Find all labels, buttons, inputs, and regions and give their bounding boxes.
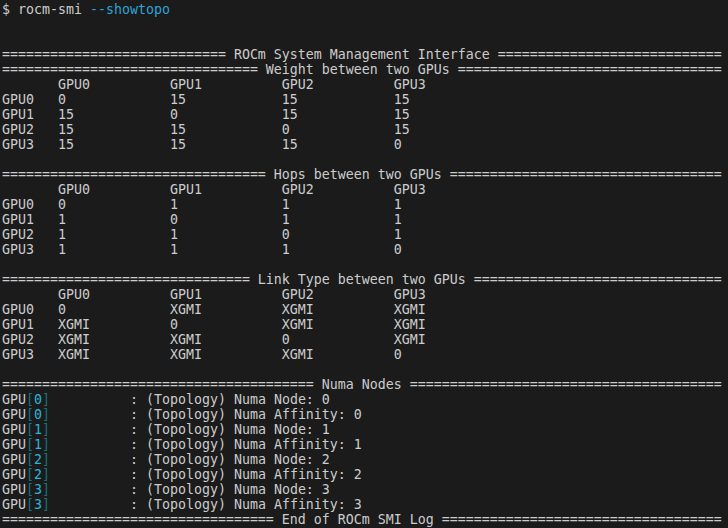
weight-table-row: GPU0 0 15 15 15: [2, 92, 728, 107]
bracket-close: ]: [42, 422, 50, 437]
weight-table-column-header: GPU0 GPU1 GPU2 GPU3: [2, 77, 728, 92]
bracket-close: ]: [42, 407, 50, 422]
numa-entry: GPU[0] : (Topology) Numa Node: 0: [2, 392, 728, 407]
section-header-end: ================================== End o…: [2, 512, 728, 527]
numa-entry-text: : (Topology) Numa Affinity: 3: [50, 497, 362, 512]
link-type-table-row: GPU0 0 XGMI XGMI XGMI: [2, 302, 728, 317]
section-header-numa: ======================================= …: [2, 377, 728, 392]
link-type-table-row: GPU3 XGMI XGMI XGMI 0: [2, 347, 728, 362]
link-type-table-row: GPU1 XGMI 0 XGMI XGMI: [2, 317, 728, 332]
numa-entry-text: : (Topology) Numa Affinity: 1: [50, 437, 362, 452]
numa-entry: GPU[0] : (Topology) Numa Affinity: 0: [2, 407, 728, 422]
command-program: rocm-smi: [18, 2, 90, 17]
gpu-label: GPU: [2, 482, 26, 497]
terminal-window[interactable]: $ rocm-smi --showtopo ==================…: [0, 0, 728, 528]
gpu-index: 1: [34, 422, 42, 437]
link-type-table-column-header: GPU0 GPU1 GPU2 GPU3: [2, 287, 728, 302]
weight-table-row: GPU1 15 0 15 15: [2, 107, 728, 122]
numa-entry: GPU[1] : (Topology) Numa Affinity: 1: [2, 437, 728, 452]
bracket-close: ]: [42, 467, 50, 482]
gpu-index: 3: [34, 497, 42, 512]
numa-entry: GPU[2] : (Topology) Numa Node: 2: [2, 452, 728, 467]
command-line: $ rocm-smi --showtopo: [2, 2, 728, 17]
gpu-index: 1: [34, 437, 42, 452]
section-header-weight: ================================ Weight …: [2, 62, 728, 77]
gpu-label: GPU: [2, 437, 26, 452]
section-header-link-type: =============================== Link Typ…: [2, 272, 728, 287]
bracket-open: [: [26, 437, 34, 452]
numa-entry: GPU[3] : (Topology) Numa Node: 3: [2, 482, 728, 497]
gpu-index: 0: [34, 407, 42, 422]
numa-entry: GPU[1] : (Topology) Numa Node: 1: [2, 422, 728, 437]
gpu-index: 2: [34, 467, 42, 482]
blank-line: [2, 362, 728, 377]
hops-table-row: GPU1 1 0 1 1: [2, 212, 728, 227]
numa-entry-text: : (Topology) Numa Node: 3: [50, 482, 330, 497]
section-header-hops: ================================= Hops b…: [2, 167, 728, 182]
hops-table-row: GPU0 0 1 1 1: [2, 197, 728, 212]
bracket-open: [: [26, 407, 34, 422]
hops-table-column-header: GPU0 GPU1 GPU2 GPU3: [2, 182, 728, 197]
bracket-close: ]: [42, 452, 50, 467]
hops-table-row: GPU2 1 1 0 1: [2, 227, 728, 242]
bracket-close: ]: [42, 392, 50, 407]
blank-line: [2, 32, 728, 47]
gpu-index: 3: [34, 482, 42, 497]
numa-entry-text: : (Topology) Numa Affinity: 2: [50, 467, 362, 482]
numa-entry: GPU[2] : (Topology) Numa Affinity: 2: [2, 467, 728, 482]
blank-line: [2, 17, 728, 32]
gpu-label: GPU: [2, 422, 26, 437]
bracket-open: [: [26, 422, 34, 437]
link-type-table-row: GPU2 XGMI XGMI 0 XGMI: [2, 332, 728, 347]
gpu-label: GPU: [2, 392, 26, 407]
gpu-label: GPU: [2, 497, 26, 512]
gpu-index: 2: [34, 452, 42, 467]
bracket-open: [: [26, 467, 34, 482]
bracket-close: ]: [42, 497, 50, 512]
section-header-main: ============================ ROCm System…: [2, 47, 728, 62]
gpu-label: GPU: [2, 467, 26, 482]
bracket-close: ]: [42, 482, 50, 497]
numa-entry-text: : (Topology) Numa Node: 2: [50, 452, 330, 467]
bracket-close: ]: [42, 437, 50, 452]
blank-line: [2, 257, 728, 272]
bracket-open: [: [26, 452, 34, 467]
numa-entry: GPU[3] : (Topology) Numa Affinity: 3: [2, 497, 728, 512]
hops-table-row: GPU3 1 1 1 0: [2, 242, 728, 257]
bracket-open: [: [26, 497, 34, 512]
shell-prompt: $: [2, 2, 18, 17]
gpu-label: GPU: [2, 452, 26, 467]
bracket-open: [: [26, 392, 34, 407]
blank-line: [2, 152, 728, 167]
gpu-label: GPU: [2, 407, 26, 422]
weight-table-row: GPU2 15 15 0 15: [2, 122, 728, 137]
command-flag: --showtopo: [90, 2, 170, 17]
numa-entry-text: : (Topology) Numa Node: 0: [50, 392, 330, 407]
weight-table-row: GPU3 15 15 15 0: [2, 137, 728, 152]
bracket-open: [: [26, 482, 34, 497]
numa-entry-text: : (Topology) Numa Node: 1: [50, 422, 330, 437]
gpu-index: 0: [34, 392, 42, 407]
numa-entry-text: : (Topology) Numa Affinity: 0: [50, 407, 362, 422]
